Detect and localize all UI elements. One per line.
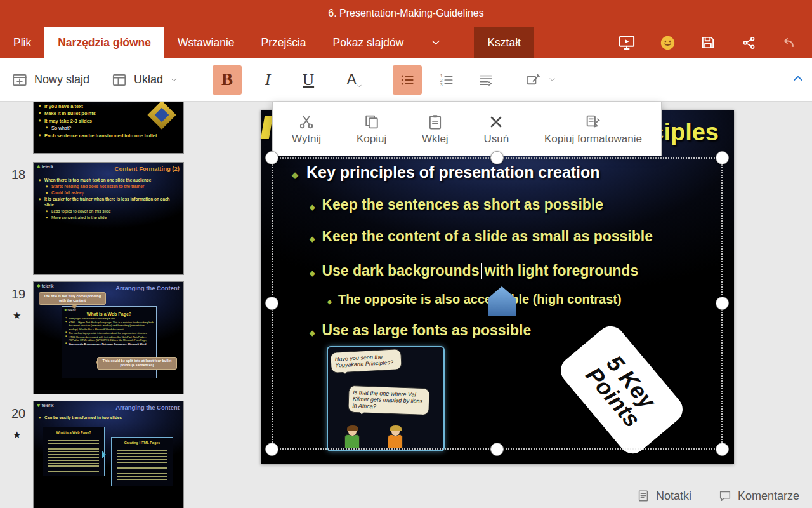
layout-label: Układ [134, 73, 163, 86]
new-slide-label: Nowy slajd [34, 73, 89, 86]
notes-button[interactable]: Notatki [636, 489, 691, 503]
slide-thumbnail-20[interactable]: telerik Arranging the Content Can be eas… [33, 401, 184, 508]
format-painter-button[interactable]: Kopiuj formatowanie [544, 113, 642, 145]
context-toolbar: Wytnij Kopiuj Wklej Usuń [272, 102, 662, 156]
shape-pen-icon [525, 71, 542, 88]
slide-thumbnail-19[interactable]: telerik Arranging the Content The title … [33, 281, 184, 394]
format-painter-label: Kopiuj formatowanie [544, 133, 642, 145]
layout-icon [111, 72, 128, 88]
mini-slide-text-lines [48, 440, 99, 472]
tab-ksztalt[interactable]: Kształt [474, 27, 534, 58]
numbered-list-button[interactable]: 1 2 3 [432, 65, 461, 95]
share-button[interactable] [740, 34, 757, 51]
tab-pokaz-slajdow[interactable]: Pokaz slajdów [320, 27, 417, 58]
paragraph-indent-icon [478, 72, 494, 88]
comments-button[interactable]: Komentarze [718, 489, 799, 503]
numbered-list-icon: 1 2 3 [438, 72, 455, 88]
tab-plik[interactable]: Plik [0, 27, 44, 58]
bold-label: B [221, 70, 233, 90]
feedback-button[interactable] [658, 34, 676, 51]
telerik-logo: telerik [37, 284, 54, 289]
tab-wstawianie[interactable]: Wstawianie [164, 27, 247, 58]
tab-narzedzia-glowne[interactable]: Narzędzia główne [44, 27, 164, 58]
selection-handle-bottom-center[interactable] [490, 443, 504, 456]
shape-fill-button[interactable] [525, 71, 556, 88]
telerik-logo: telerik [37, 403, 54, 408]
copy-icon [363, 113, 381, 131]
chevron-down-icon [169, 76, 178, 84]
thumb-bullet: It is easier for the trainer when there … [39, 197, 180, 207]
notes-label: Notatki [656, 490, 691, 503]
bullet-list-button[interactable] [393, 65, 422, 95]
thumb-bullet: Could fall asleep [46, 190, 180, 196]
thumb-bullet: When there is too much text on one slide… [39, 178, 180, 183]
undo-button[interactable] [780, 34, 798, 51]
paragraph-indent-button[interactable] [471, 65, 501, 95]
slide-number: 19 [8, 287, 29, 302]
thumb-bullet: Each sentence can be transformed into on… [39, 133, 180, 138]
thumbnail-bullets: Can be easily transformed in two slides [39, 415, 180, 422]
transition-star-icon [13, 310, 21, 321]
scissors-icon [298, 113, 315, 131]
collapse-ribbon-button[interactable] [792, 72, 804, 88]
more-tabs-chevron-down-icon[interactable] [422, 27, 450, 58]
tab-przejscia[interactable]: Przejścia [248, 27, 320, 58]
cut-button[interactable]: Wytnij [292, 113, 321, 145]
comments-label: Komentarze [738, 490, 799, 503]
callout-note: This could be split into at least four b… [97, 357, 177, 370]
powerpoint-app: 6. Presentation-Making-Guidelines Plik N… [0, 0, 812, 508]
thumb-bullet: Can be easily transformed in two slides [39, 415, 180, 420]
selection-handle-bottom-right[interactable] [716, 443, 729, 456]
embedded-bullet: HTML files can be created with text edit… [65, 335, 154, 342]
embedded-bullet: Macromedia Dreamweaver, Netscape Compose… [65, 342, 154, 345]
selection-handle-bottom-left[interactable] [265, 443, 278, 456]
selection-handle-top-left[interactable] [265, 151, 278, 164]
footer-bar: Notatki Komentarze [636, 489, 799, 503]
chevron-down-icon [356, 81, 363, 92]
copy-label: Kopiuj [357, 133, 386, 145]
chevron-up-icon [792, 72, 804, 85]
delete-button[interactable]: Usuń [483, 113, 509, 145]
slide-thumbnail-18[interactable]: telerik Content Formatting (2) When ther… [33, 162, 184, 275]
slide-number: 20 [8, 406, 29, 421]
underline-label: U [303, 71, 314, 89]
selection-handle-top-center[interactable] [490, 151, 504, 164]
italic-button[interactable]: I [253, 65, 282, 95]
mini-slide-image: Creating HTML Pages [111, 437, 173, 486]
undo-icon [781, 34, 797, 51]
transition-star-icon [13, 429, 21, 441]
slide-thumbnail-17[interactable]: If you have a text Make it in bullet poi… [33, 102, 184, 154]
share-icon [741, 35, 757, 51]
document-title: 6. Presentation-Making-Guidelines [328, 8, 483, 19]
embedded-bullet: Web pages are text files containing HTML [65, 317, 154, 320]
menu-tab-bar: Plik Narzędzia główne Wstawianie Przejśc… [0, 27, 812, 58]
selection-handle-middle-right[interactable] [716, 297, 729, 310]
bullet-list-icon [399, 72, 416, 88]
delete-x-icon [487, 113, 505, 131]
slide-number: 18 [8, 168, 29, 182]
present-on-screen-button[interactable] [618, 34, 636, 51]
titlebar: 6. Presentation-Making-Guidelines [0, 0, 812, 27]
selection-handle-top-right[interactable] [716, 151, 729, 164]
notes-icon [636, 489, 650, 503]
paste-button[interactable]: Wklej [422, 113, 449, 145]
mini-slide-text-lines [117, 450, 167, 482]
bold-button[interactable]: B [213, 65, 242, 95]
layout-button[interactable]: Układ [111, 72, 178, 88]
embedded-bullet: HTML – Hyper Text Markup Language. This … [65, 321, 154, 331]
selection-handle-middle-left[interactable] [265, 297, 278, 310]
thumbnail-bullets: When there is too much text on one slide… [39, 178, 180, 222]
ribbon-toolbar: Nowy slajd Układ B I U A [0, 58, 812, 102]
new-slide-button[interactable]: Nowy slajd [11, 72, 89, 88]
italic-label: I [265, 70, 271, 90]
underline-button[interactable]: U [294, 65, 323, 95]
thumb-bullet: Less topics to cover on this slide [46, 209, 180, 214]
save-button[interactable] [699, 34, 717, 51]
monitor-icon [618, 34, 636, 51]
new-slide-icon [11, 72, 28, 88]
embedded-bullet: The markup tags provide information abou… [65, 331, 154, 335]
paste-label: Wklej [422, 133, 449, 145]
font-color-button[interactable]: A [337, 65, 366, 95]
copy-button[interactable]: Kopiuj [357, 113, 386, 145]
save-icon [700, 34, 716, 51]
